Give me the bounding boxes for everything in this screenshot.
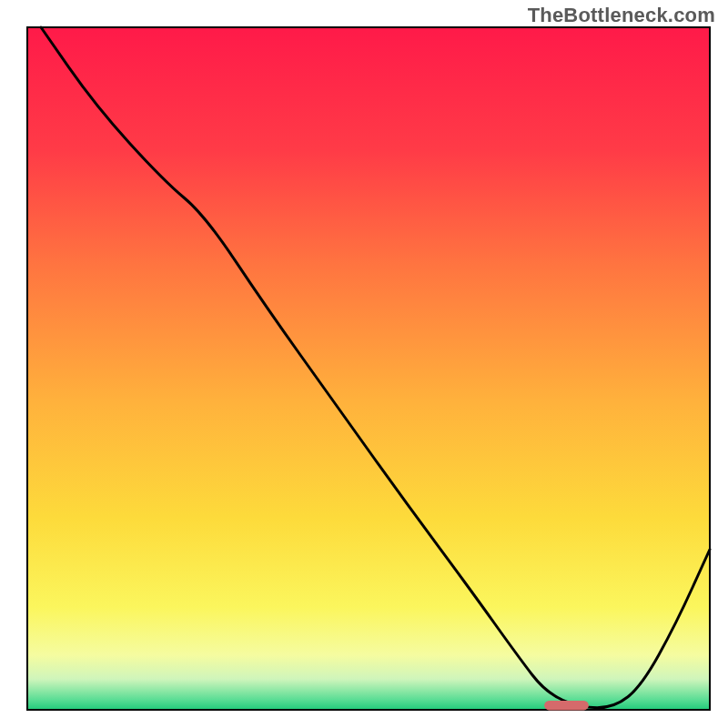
- chart-container: TheBottleneck.com: [0, 0, 728, 728]
- bottleneck-chart: [0, 0, 728, 728]
- site-watermark: TheBottleneck.com: [528, 4, 715, 27]
- optimal-marker: [544, 701, 589, 711]
- plot-background: [27, 27, 710, 710]
